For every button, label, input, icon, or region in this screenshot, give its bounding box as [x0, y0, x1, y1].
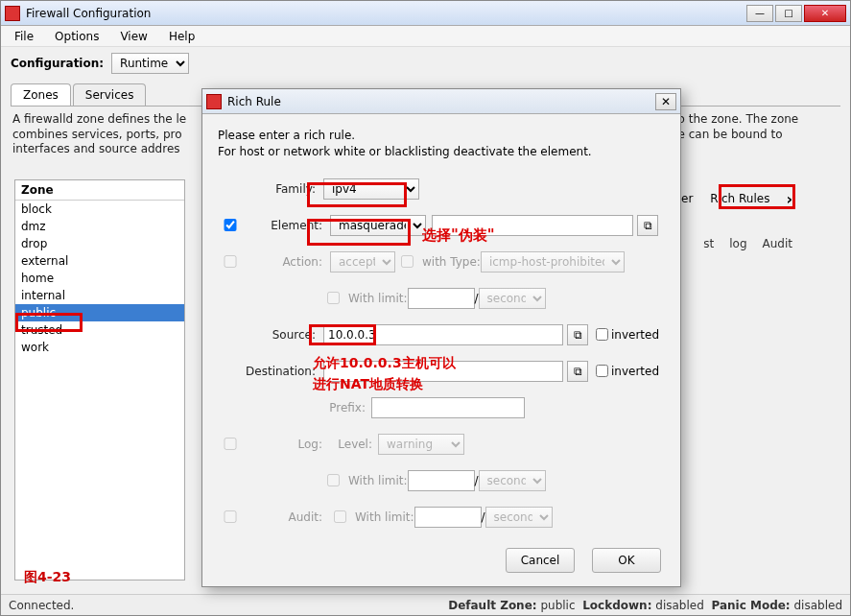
zone-item-work[interactable]: work [15, 339, 184, 356]
source-inverted-checkbox[interactable] [596, 328, 608, 341]
zone-header: Zone [15, 180, 184, 201]
log-limit-label: With limit: [348, 474, 408, 487]
action-select[interactable]: accept [330, 251, 395, 272]
audit-limit-unit[interactable]: second [485, 507, 553, 528]
zone-item-public[interactable]: public [15, 304, 184, 321]
source-label: Source: [235, 328, 316, 342]
zone-item-dmz[interactable]: dmz [15, 218, 184, 235]
audit-label: Audit: [242, 510, 322, 524]
statusbar: Connected. Default Zone: public Lockdown… [1, 594, 850, 615]
rule-table-header: st log Audit [703, 237, 792, 250]
status-connected: Connected. [9, 599, 74, 612]
destination-input[interactable] [323, 361, 563, 382]
with-type-select[interactable]: icmp-host-prohibited [481, 251, 625, 272]
action-label: Action: [242, 255, 322, 269]
menu-file[interactable]: File [11, 28, 37, 44]
element-label: Element: [242, 219, 322, 232]
prefix-input[interactable] [371, 397, 525, 418]
figure-label: 图4-23 [24, 569, 71, 586]
tab-zones[interactable]: Zones [11, 83, 71, 106]
log-limit-input[interactable] [408, 470, 475, 491]
zone-item-block[interactable]: block [15, 201, 184, 218]
zone-item-trusted[interactable]: trusted [15, 321, 184, 339]
zone-list-panel: Zone block dmz drop external home intern… [14, 179, 185, 580]
destination-inverted-checkbox[interactable] [596, 365, 608, 377]
tabs-overflow-icon[interactable]: › [786, 190, 792, 208]
close-button[interactable]: ✕ [804, 5, 846, 22]
col-log: log [729, 237, 746, 250]
audit-limit-input[interactable] [414, 507, 482, 528]
destination-inverted-label: inverted [611, 365, 659, 378]
log-limit-checkbox[interactable] [327, 474, 340, 486]
configuration-select[interactable]: Runtime [111, 53, 189, 74]
tab-rich-rules[interactable]: Rich Rules [703, 189, 776, 208]
configuration-label: Configuration: [11, 57, 104, 70]
log-limit-unit[interactable]: second [479, 470, 546, 491]
zone-item-internal[interactable]: internal [15, 287, 184, 304]
minimize-button[interactable]: — [746, 5, 773, 22]
action-checkbox[interactable] [222, 255, 239, 268]
destination-browse-icon[interactable]: ⧉ [567, 361, 588, 382]
log-checkbox[interactable] [222, 438, 239, 450]
element-select[interactable]: masquerade [330, 215, 426, 236]
zone-item-drop[interactable]: drop [15, 235, 184, 252]
audit-limit-label: With limit: [355, 510, 414, 524]
maximize-button[interactable]: □ [775, 5, 802, 22]
menu-options[interactable]: Options [51, 28, 103, 44]
col-st: st [703, 237, 714, 250]
menu-help[interactable]: Help [165, 28, 199, 44]
level-select[interactable]: warning [378, 434, 464, 455]
tab-services[interactable]: Services [73, 83, 147, 106]
firewall-icon [206, 94, 222, 109]
source-browse-icon[interactable]: ⧉ [567, 324, 588, 345]
level-label: Level: [330, 438, 372, 451]
element-checkbox[interactable] [222, 219, 239, 231]
ok-button[interactable]: OK [592, 548, 661, 573]
with-type-checkbox[interactable] [401, 255, 414, 268]
log-label: Log: [242, 438, 322, 451]
dialog-close-button[interactable]: ✕ [655, 93, 676, 110]
element-value-input[interactable] [432, 215, 633, 236]
audit-checkbox[interactable] [222, 510, 239, 523]
cancel-button[interactable]: Cancel [506, 548, 575, 573]
rich-rule-dialog: Rich Rule ✕ Please enter a rich rule. Fo… [201, 88, 681, 587]
source-input[interactable] [323, 324, 563, 345]
menubar: File Options View Help [1, 26, 850, 47]
family-label: Family: [235, 182, 316, 196]
element-browse-icon[interactable]: ⧉ [637, 215, 658, 236]
family-select[interactable]: ipv4 [323, 178, 419, 200]
action-limit-checkbox[interactable] [327, 292, 340, 304]
zone-item-home[interactable]: home [15, 270, 184, 287]
with-type-label: with Type: [422, 255, 481, 269]
action-limit-unit[interactable]: second [479, 288, 546, 309]
destination-label: Destination: [235, 365, 316, 378]
col-audit: Audit [763, 237, 792, 250]
dialog-titlebar: Rich Rule ✕ [202, 89, 680, 114]
zone-item-external[interactable]: external [15, 252, 184, 270]
action-limit-label: With limit: [348, 292, 408, 305]
dialog-intro: Please enter a rich rule. For host or ne… [218, 128, 665, 160]
dialog-title: Rich Rule [227, 95, 655, 108]
main-titlebar: Firewall Configuration — □ ✕ [1, 1, 850, 26]
action-limit-input[interactable] [408, 288, 475, 309]
zone-list[interactable]: block dmz drop external home internal pu… [15, 201, 184, 356]
menu-view[interactable]: View [116, 28, 151, 44]
main-title: Firewall Configuration [26, 7, 746, 20]
audit-limit-checkbox[interactable] [334, 510, 346, 523]
prefix-label: Prefix: [323, 401, 366, 415]
source-inverted-label: inverted [611, 328, 659, 342]
firewall-icon [5, 6, 20, 21]
